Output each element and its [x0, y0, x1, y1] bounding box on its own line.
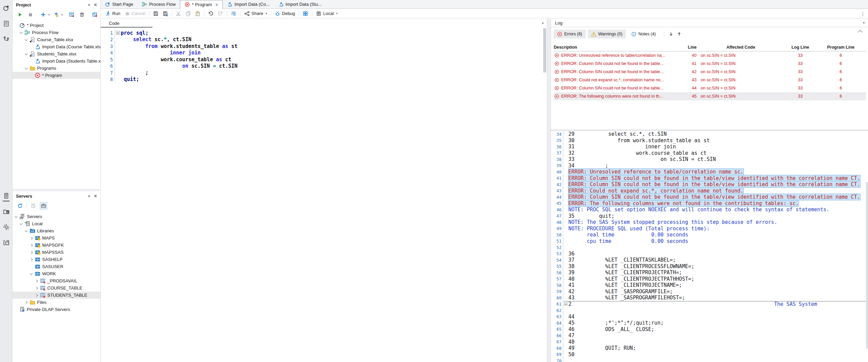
- close-icon[interactable]: ×: [215, 2, 218, 7]
- chevron-down-icon[interactable]: ▾: [48, 13, 50, 16]
- log-line[interactable]: 3429 select sc.*, ct.SIN: [551, 131, 866, 137]
- tree-item-files[interactable]: Files: [13, 299, 100, 306]
- tree-item-sashelp[interactable]: SASHELP: [13, 256, 100, 263]
- panel-splitter[interactable]: [547, 19, 551, 362]
- code-line[interactable]: 7 ;: [101, 69, 542, 76]
- filter-notes-button[interactable]: Notes (4): [628, 30, 659, 38]
- log-line[interactable]: 6445 ;*';*";*/;quit;run;: [551, 320, 866, 326]
- log-line[interactable]: 50 real time 0.00 seconds: [551, 232, 866, 238]
- connections-button[interactable]: [40, 202, 47, 210]
- tab-program[interactable]: * Program×: [180, 0, 223, 9]
- tree-item-students-table[interactable]: STUDENTS_TABLE: [13, 292, 100, 299]
- error-row[interactable]: ERROR: Could not expand sc.*, correlatio…: [554, 76, 866, 84]
- activity-document[interactable]: [0, 16, 12, 31]
- tree-item-maps[interactable]: MAPS: [13, 234, 100, 242]
- add-task-button[interactable]: [52, 11, 60, 18]
- close-icon[interactable]: ×: [94, 193, 97, 199]
- log-line[interactable]: 6546 ODS _ALL_ CLOSE;: [551, 326, 866, 333]
- log-line[interactable]: 3530 from work.students_table as st: [551, 137, 866, 144]
- expander-icon[interactable]: [20, 222, 22, 225]
- run-button[interactable]: [16, 11, 24, 18]
- log-line[interactable]: 42ERROR: Column SIN could not be found i…: [551, 181, 866, 188]
- expander-icon[interactable]: [30, 272, 33, 275]
- expander-icon[interactable]: [35, 294, 38, 296]
- close-icon[interactable]: ×: [94, 2, 97, 7]
- activity-server[interactable]: [0, 188, 12, 203]
- tab-process-flow[interactable]: Process Flow: [137, 0, 180, 9]
- tab-code[interactable]: Code: [101, 20, 152, 28]
- cancel-button[interactable]: Cancel: [123, 10, 147, 17]
- tree-item-libraries[interactable]: Libraries: [13, 227, 100, 234]
- share-button[interactable]: Share▾: [243, 10, 269, 17]
- filter-warnings-button[interactable]: Warnings (0): [588, 30, 626, 38]
- tree-item-private-olap-servers[interactable]: Private OLAP Servers: [13, 306, 100, 313]
- chevron-down-icon[interactable]: ▾: [542, 21, 544, 25]
- code-editor[interactable]: 1proc sql;2 select sc.*, ct.SIN3 from wo…: [101, 28, 542, 362]
- undo-button[interactable]: [206, 10, 215, 17]
- tree-item-students-table-xlsx[interactable]: Students_Table.xlsx: [13, 50, 100, 57]
- log-line[interactable]: 3833 on sc.SIN = ct.SIN: [551, 156, 866, 163]
- log-line[interactable]: 612 The SAS System: [551, 301, 866, 308]
- col-log-line[interactable]: Log Line: [782, 45, 819, 50]
- tree-item-import-data-students-table-xlsx[interactable]: Import Data (Students Table.xlsx[: [13, 57, 100, 65]
- activity-eg-shortcut[interactable]: [0, 0, 12, 16]
- toolbar-overflow-icon[interactable]: ⋮: [861, 11, 865, 16]
- tab-start-page[interactable]: Start Page: [101, 0, 137, 9]
- run-selection-button[interactable]: [301, 10, 310, 17]
- previous-message-button[interactable]: [675, 30, 683, 38]
- log-line[interactable]: 3934 ;: [551, 163, 866, 169]
- log-line[interactable]: 40ERROR: Unresolved reference to table/c…: [551, 169, 866, 175]
- log-line[interactable]: 3631 inner join: [551, 144, 866, 150]
- tree-item-import-data-course-table-xlsx-sh[interactable]: Import Data (Course Table.xlsx[Sh: [13, 43, 100, 50]
- expander-icon[interactable]: [30, 236, 33, 239]
- log-line[interactable]: 62: [551, 307, 866, 314]
- log-line[interactable]: 6950: [551, 351, 866, 358]
- activity-branch[interactable]: [0, 31, 12, 47]
- col-program-line[interactable]: Program Line: [819, 45, 863, 50]
- activity-tasks[interactable]: [0, 219, 12, 235]
- tree-item-prodsavail[interactable]: _PRODSAVAIL: [13, 277, 100, 284]
- expander-icon[interactable]: [15, 215, 17, 217]
- tree-item-sasuser[interactable]: SASUSER: [13, 263, 100, 270]
- log-line[interactable]: 46NOTE: PROC SQL set option NOEXEC and w…: [551, 207, 866, 213]
- error-row[interactable]: ERROR: Column SIN could not be found in …: [554, 84, 866, 92]
- log-line[interactable]: 49NOTE: PROCEDURE SQL used (Total proces…: [551, 226, 866, 232]
- log-line[interactable]: 5336: [551, 251, 866, 257]
- log-divider[interactable]: [551, 130, 868, 131]
- col-line[interactable]: Line: [682, 45, 697, 50]
- log-scrollbar[interactable]: [866, 29, 868, 362]
- cut-button[interactable]: [174, 10, 183, 17]
- expander-icon[interactable]: [25, 38, 28, 40]
- chevron-down-icon[interactable]: ▾: [61, 13, 63, 16]
- copy-button[interactable]: [184, 10, 193, 17]
- log-line[interactable]: 48NOTE: The SAS System stopped processin…: [551, 219, 866, 226]
- log-line[interactable]: 43ERROR: Could not expand sc.*, correlat…: [551, 188, 866, 194]
- tree-item-work[interactable]: WORK: [13, 270, 100, 277]
- server-select-button[interactable]: Local▾: [314, 10, 339, 17]
- tree-item-course-table[interactable]: COURSE_TABLE: [13, 284, 100, 292]
- col-description[interactable]: Description: [554, 45, 682, 50]
- tree-item-program[interactable]: * Program: [13, 72, 100, 79]
- expander-icon[interactable]: [25, 229, 28, 232]
- tree-item-process-flow[interactable]: Process Flow: [13, 29, 100, 36]
- properties-button[interactable]: [91, 11, 99, 18]
- export-button[interactable]: [68, 11, 76, 18]
- delete-button[interactable]: [78, 11, 86, 18]
- stop-button[interactable]: [27, 11, 34, 18]
- tree-item-programs[interactable]: Programs: [13, 65, 100, 72]
- fold-icon[interactable]: [116, 31, 120, 35]
- fold-icon[interactable]: [564, 302, 568, 306]
- run-button[interactable]: Run: [103, 10, 122, 17]
- log-line[interactable]: 6849 QUIT; RUN;: [551, 345, 866, 351]
- error-row[interactable]: ERROR: Unresolved reference to table/cor…: [554, 51, 866, 60]
- code-line[interactable]: 1proc sql;: [101, 30, 542, 36]
- next-message-button[interactable]: [667, 30, 675, 38]
- log-line[interactable]: 51 cpu time 0.00 seconds: [551, 238, 866, 245]
- activity-data-folder[interactable]: [0, 203, 12, 219]
- error-row[interactable]: ERROR: The following columns were not fo…: [554, 92, 866, 100]
- log-line[interactable]: 4735 quit;: [551, 213, 866, 219]
- tree-item-mapsgfk[interactable]: MAPSGFK: [13, 242, 100, 249]
- tree-item-servers[interactable]: Servers: [13, 213, 100, 220]
- refresh-button[interactable]: [16, 202, 24, 210]
- format-code-button[interactable]: [229, 10, 238, 17]
